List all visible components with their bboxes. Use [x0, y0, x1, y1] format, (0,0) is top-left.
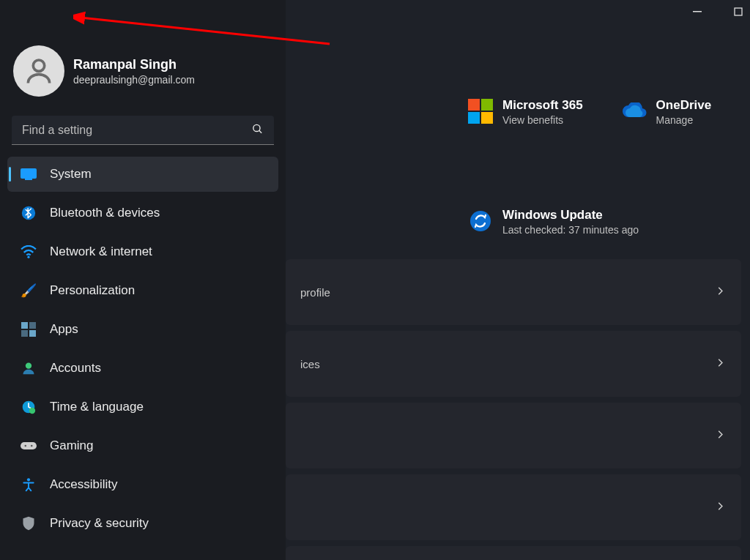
- nav-item-gaming[interactable]: Gaming: [7, 428, 278, 463]
- settings-card[interactable]: [286, 546, 741, 560]
- search-input[interactable]: [12, 116, 274, 145]
- svg-rect-16: [21, 330, 28, 337]
- svg-rect-15: [29, 322, 36, 329]
- settings-card[interactable]: ices: [286, 331, 741, 397]
- svg-point-22: [25, 445, 27, 447]
- svg-rect-5: [735, 8, 742, 15]
- nav-item-apps[interactable]: Apps: [7, 312, 278, 347]
- tile-subtitle: View benefits: [502, 114, 583, 126]
- settings-card[interactable]: profile: [286, 259, 741, 325]
- svg-rect-11: [25, 179, 32, 180]
- svg-rect-14: [21, 322, 28, 329]
- svg-point-7: [33, 60, 44, 71]
- chevron-right-icon: [715, 358, 725, 370]
- search-icon[interactable]: [251, 123, 264, 138]
- svg-rect-17: [29, 330, 36, 337]
- nav-label: Gaming: [50, 438, 94, 453]
- header-tiles-row1: Microsoft 365 View benefits OneDrive Man…: [286, 35, 741, 126]
- nav-item-system[interactable]: System: [7, 157, 278, 192]
- svg-point-20: [29, 408, 35, 414]
- chevron-right-icon: [715, 501, 725, 514]
- account-email: deepraulsingh@gmail.com: [73, 74, 195, 86]
- nav-list: System Bluetooth & devices Network & int…: [0, 154, 286, 548]
- shield-icon: [21, 515, 37, 531]
- card-fragment-text: ices: [300, 358, 320, 370]
- nav-label: Time & language: [50, 400, 144, 414]
- svg-point-23: [31, 445, 33, 447]
- nav-item-accounts[interactable]: Accounts: [7, 351, 278, 386]
- nav-label: Accounts: [50, 361, 101, 376]
- card-fragment-text: profile: [300, 286, 330, 299]
- search-container: [12, 116, 274, 145]
- chevron-right-icon: [715, 286, 725, 299]
- settings-cards: profile ices: [286, 259, 741, 560]
- nav-item-accessibility[interactable]: Accessibility: [7, 467, 278, 502]
- tile-title: OneDrive: [656, 98, 712, 113]
- svg-point-8: [253, 124, 260, 131]
- maximize-button[interactable]: [731, 4, 746, 19]
- wifi-icon: [21, 244, 37, 260]
- svg-point-25: [470, 211, 491, 231]
- account-name: Ramanpal Singh: [73, 57, 195, 72]
- header-tiles-row2: Windows Update Last checked: 37 minutes …: [286, 145, 741, 236]
- accounts-icon: [21, 360, 37, 376]
- nav-label: Network & internet: [50, 244, 152, 259]
- settings-card[interactable]: [286, 403, 741, 468]
- nav-label: Personalization: [50, 283, 135, 298]
- nav-label: Accessibility: [50, 477, 118, 492]
- accessibility-icon: [21, 477, 37, 493]
- tile-title: Microsoft 365: [502, 98, 583, 113]
- svg-rect-4: [693, 11, 702, 12]
- tile-microsoft365[interactable]: Microsoft 365 View benefits: [467, 98, 583, 126]
- nav-item-bluetooth-devices[interactable]: Bluetooth & devices: [7, 195, 278, 231]
- nav-label: Apps: [50, 322, 78, 337]
- microsoft-logo-icon: [467, 98, 494, 124]
- system-icon: [21, 166, 37, 182]
- minimize-button[interactable]: [690, 4, 705, 19]
- svg-point-18: [26, 363, 31, 369]
- tile-windows-update[interactable]: Windows Update Last checked: 37 minutes …: [467, 208, 639, 236]
- settings-card[interactable]: [286, 474, 741, 540]
- sync-icon: [467, 208, 494, 234]
- nav-item-time-language[interactable]: Time & language: [7, 389, 278, 425]
- nav-label: Bluetooth & devices: [50, 206, 160, 220]
- tile-subtitle: Manage: [656, 114, 712, 126]
- avatar: [13, 45, 64, 97]
- chevron-right-icon: [715, 430, 725, 442]
- svg-point-24: [27, 478, 30, 481]
- svg-rect-10: [21, 168, 37, 179]
- svg-line-9: [259, 130, 261, 132]
- nav-pane: Ramanpal Singh deepraulsingh@gmail.com S…: [0, 0, 286, 560]
- nav-item-network-internet[interactable]: Network & internet: [7, 234, 278, 269]
- tile-subtitle: Last checked: 37 minutes ago: [502, 224, 639, 236]
- clock-globe-icon: [21, 399, 37, 415]
- nav-label: System: [50, 167, 92, 182]
- nav-label: Privacy & security: [50, 516, 149, 531]
- tile-title: Windows Update: [502, 208, 639, 223]
- svg-point-13: [27, 256, 29, 258]
- nav-item-privacy-security[interactable]: Privacy & security: [7, 506, 278, 541]
- svg-rect-21: [21, 442, 37, 449]
- paintbrush-icon: 🖌️: [21, 283, 37, 299]
- tile-onedrive[interactable]: OneDrive Manage: [621, 98, 712, 126]
- account-profile[interactable]: Ramanpal Singh deepraulsingh@gmail.com: [0, 35, 286, 107]
- person-icon: [23, 55, 55, 87]
- cloud-icon: [621, 98, 647, 124]
- gamepad-icon: [21, 438, 37, 454]
- bluetooth-icon: [21, 205, 37, 221]
- nav-item-personalization[interactable]: 🖌️ Personalization: [7, 273, 278, 308]
- apps-icon: [21, 321, 37, 337]
